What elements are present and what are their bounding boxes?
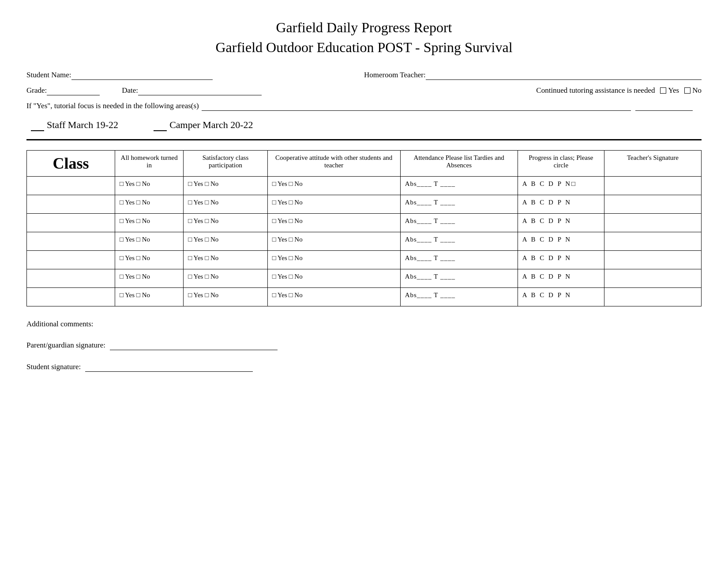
student-name-field[interactable] bbox=[71, 71, 213, 80]
staff-label: Staff March 19-22 bbox=[47, 119, 118, 131]
no-label: No bbox=[692, 86, 702, 95]
cooperative-header-text: Cooperative attitude with other students… bbox=[275, 154, 392, 169]
class-header-text: Class bbox=[53, 155, 89, 172]
progress-table: Class All homework turned in Satisfactor… bbox=[26, 150, 702, 306]
grade-date-row: Grade: Date: Continued tutoring assistan… bbox=[26, 86, 702, 95]
grade-section: Grade: bbox=[26, 86, 109, 95]
grades-cell: A B C D P N bbox=[518, 287, 604, 306]
class-name-cell[interactable] bbox=[27, 232, 115, 250]
grades-cell: A B C D P N bbox=[518, 232, 604, 250]
class-name-cell[interactable] bbox=[27, 195, 115, 213]
homeroom-field[interactable] bbox=[426, 71, 702, 80]
camper-item: Camper March 20-22 bbox=[154, 119, 253, 131]
table-row: □ Yes □ No□ Yes □ No□ Yes □ NoAbs____ T … bbox=[27, 213, 702, 232]
student-name-label: Student Name: bbox=[26, 71, 71, 79]
homeroom-label: Homeroom Teacher: bbox=[364, 71, 426, 79]
cooperative-cell: □ Yes □ No bbox=[267, 232, 400, 250]
participation-cell: □ Yes □ No bbox=[184, 195, 267, 213]
parent-signature-field[interactable] bbox=[110, 341, 278, 350]
signature-cell[interactable] bbox=[604, 232, 702, 250]
no-checkbox-group: No bbox=[684, 86, 702, 95]
table-row: □ Yes □ No□ Yes □ No□ Yes □ NoAbs____ T … bbox=[27, 250, 702, 269]
section-divider bbox=[26, 139, 702, 140]
class-name-cell[interactable] bbox=[27, 250, 115, 269]
no-checkbox[interactable] bbox=[684, 87, 690, 94]
signature-cell[interactable] bbox=[604, 213, 702, 232]
yes-checkbox[interactable] bbox=[660, 87, 666, 94]
signature-cell[interactable] bbox=[604, 269, 702, 287]
cooperative-cell: □ Yes □ No bbox=[267, 287, 400, 306]
attendance-cell: Abs____ T ____ bbox=[400, 287, 518, 306]
student-signature-row: Student signature: bbox=[26, 363, 702, 372]
name-row: Student Name: Homeroom Teacher: bbox=[26, 71, 702, 80]
attendance-header: Attendance Please list Tardies and Absen… bbox=[400, 150, 518, 176]
signature-header: Teacher's Signature bbox=[604, 150, 702, 176]
participation-cell: □ Yes □ No bbox=[184, 232, 267, 250]
signature-cell[interactable] bbox=[604, 287, 702, 306]
cooperative-cell: □ Yes □ No bbox=[267, 195, 400, 213]
class-header: Class bbox=[27, 150, 115, 176]
homework-header: All homework turned in bbox=[115, 150, 184, 176]
student-signature-label: Student signature: bbox=[26, 363, 81, 371]
date-label: Date: bbox=[122, 86, 138, 95]
tutorial-row: If "Yes", tutorial focus is needed in th… bbox=[26, 102, 702, 111]
camper-label: Camper March 20-22 bbox=[169, 119, 253, 131]
student-signature-field[interactable] bbox=[85, 363, 253, 372]
title-line1: Garfield Daily Progress Report bbox=[276, 19, 452, 35]
additional-comments-label: Additional comments: bbox=[26, 320, 94, 329]
grade-field[interactable] bbox=[47, 86, 100, 95]
participation-cell: □ Yes □ No bbox=[184, 213, 267, 232]
participation-cell: □ Yes □ No bbox=[184, 269, 267, 287]
date-section: Date: bbox=[122, 86, 536, 95]
homework-cell: □ Yes □ No bbox=[115, 269, 184, 287]
table-row: □ Yes □ No□ Yes □ No□ Yes □ NoAbs____ T … bbox=[27, 269, 702, 287]
cooperative-cell: □ Yes □ No bbox=[267, 269, 400, 287]
title-line2: Garfield Outdoor Education POST - Spring… bbox=[215, 39, 512, 55]
progress-header: Progress in class; Please circle bbox=[518, 150, 604, 176]
participation-cell: □ Yes □ No bbox=[184, 250, 267, 269]
homework-cell: □ Yes □ No bbox=[115, 287, 184, 306]
attendance-cell: Abs____ T ____ bbox=[400, 232, 518, 250]
date-field[interactable] bbox=[138, 86, 262, 95]
class-name-cell[interactable] bbox=[27, 213, 115, 232]
signature-cell[interactable] bbox=[604, 195, 702, 213]
tutorial-focus-field2[interactable] bbox=[635, 102, 693, 111]
grades-cell: A B C D P N bbox=[518, 195, 604, 213]
table-row: □ Yes □ No□ Yes □ No□ Yes □ NoAbs____ T … bbox=[27, 232, 702, 250]
grades-cell: A B C D P N bbox=[518, 269, 604, 287]
parent-signature-label: Parent/guardian signature: bbox=[26, 341, 105, 350]
cooperative-cell: □ Yes □ No bbox=[267, 250, 400, 269]
homework-cell: □ Yes □ No bbox=[115, 232, 184, 250]
class-name-cell[interactable] bbox=[27, 176, 115, 195]
footer-section: Additional comments: Parent/guardian sig… bbox=[26, 320, 702, 372]
form-section: Student Name: Homeroom Teacher: Grade: D… bbox=[26, 71, 702, 140]
homework-cell: □ Yes □ No bbox=[115, 176, 184, 195]
class-name-cell[interactable] bbox=[27, 287, 115, 306]
page-header: Garfield Daily Progress Report Garfield … bbox=[26, 18, 702, 57]
homework-header-text: All homework turned in bbox=[121, 154, 178, 169]
signature-cell[interactable] bbox=[604, 250, 702, 269]
homework-cell: □ Yes □ No bbox=[115, 250, 184, 269]
table-row: □ Yes □ No□ Yes □ No□ Yes □ NoAbs____ T … bbox=[27, 287, 702, 306]
signature-cell[interactable] bbox=[604, 176, 702, 195]
grades-cell: A B C D P N bbox=[518, 213, 604, 232]
grades-cell: A B C D P N bbox=[518, 250, 604, 269]
attendance-cell: Abs____ T ____ bbox=[400, 213, 518, 232]
staff-camper-row: Staff March 19-22 Camper March 20-22 bbox=[26, 119, 702, 131]
homework-cell: □ Yes □ No bbox=[115, 213, 184, 232]
grade-label: Grade: bbox=[26, 86, 47, 95]
student-name-section: Student Name: bbox=[26, 71, 364, 80]
parent-signature-row: Parent/guardian signature: bbox=[26, 341, 702, 350]
tutorial-focus-field[interactable] bbox=[202, 102, 631, 111]
cooperative-cell: □ Yes □ No bbox=[267, 213, 400, 232]
signature-header-text: Teacher's Signature bbox=[627, 154, 679, 161]
grades-cell: A B C D P N□ bbox=[518, 176, 604, 195]
attendance-cell: Abs____ T ____ bbox=[400, 176, 518, 195]
progress-header-text: Progress in class; Please circle bbox=[529, 154, 593, 169]
additional-comments-row: Additional comments: bbox=[26, 320, 702, 329]
participation-header-text: Satisfactory class participation bbox=[203, 154, 249, 169]
yes-label: Yes bbox=[668, 86, 679, 95]
class-name-cell[interactable] bbox=[27, 269, 115, 287]
participation-cell: □ Yes □ No bbox=[184, 287, 267, 306]
table-row: □ Yes □ No□ Yes □ No□ Yes □ NoAbs____ T … bbox=[27, 176, 702, 195]
